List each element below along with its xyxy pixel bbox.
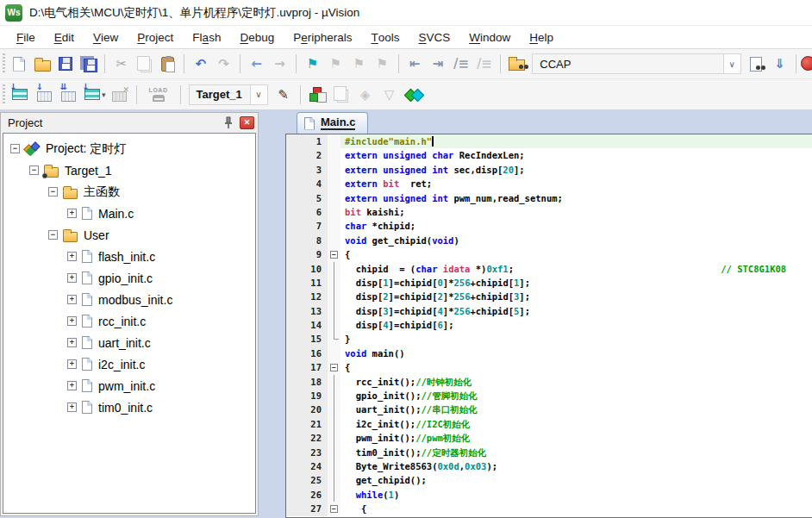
code-line-12[interactable]: 12 disp[2]=chipid[2]*256+chipid[3]; [286,290,812,303]
tree-item-i2c-init-c[interactable]: +i2c_init.c [3,353,255,375]
expand-icon[interactable]: + [67,273,77,283]
collapse-icon[interactable]: − [48,230,58,240]
new-file-button[interactable] [8,53,31,75]
fold-margin[interactable]: − [328,360,340,374]
expand-icon[interactable]: + [67,359,77,369]
search-combobox[interactable]: CCAP∨ [532,53,740,74]
insert-remove-bookmark-button[interactable]: ⚑ [301,53,324,75]
menu-tools[interactable]: Tools [362,26,409,48]
tree-item-main-c[interactable]: +Main.c [3,203,255,224]
menu-view[interactable]: View [84,26,128,48]
code-line-17[interactable]: 17−{ [286,360,812,374]
copy-button[interactable] [133,53,156,75]
manage-multi-project-workspace-button[interactable] [329,84,353,106]
toolbar-grip[interactable] [2,84,8,105]
next-bookmark-button[interactable]: ⚑ [347,53,371,75]
tab-main-c[interactable]: Main.c [297,112,368,134]
manage-run-time-environment-button[interactable]: ▽ [378,84,402,106]
chevron-down-icon[interactable]: ∨ [723,54,740,73]
search-value[interactable]: CCAP [533,58,722,71]
code-line-8[interactable]: 8void get_chipid(void) [286,234,812,247]
menu-project[interactable]: Project [128,26,183,48]
fold-margin[interactable]: − [328,247,340,261]
manage-project-items-button[interactable] [305,84,329,106]
find-in-files-button[interactable] [505,53,528,75]
code-line-11[interactable]: 11 disp[1]=chipid[0]*256+chipid[1]; [286,276,812,290]
target-select-combobox[interactable]: Target_1∨ [189,84,268,105]
expand-icon[interactable]: + [67,209,77,218]
stop-build-button[interactable] [108,84,132,106]
code-line-16[interactable]: 16void main() [286,346,812,360]
rebuild-all-button[interactable] [56,84,80,106]
code-line-3[interactable]: 3extern unsigned int sec,disp[20]; [286,163,812,177]
download-to-flash-button[interactable]: LOAD [141,84,176,106]
uncomment-selection-button[interactable]: /≡ [472,53,496,75]
navigate-forward-button[interactable]: → [268,53,291,75]
tree-item-target-1[interactable]: −Target_1 [3,159,255,181]
expand-icon[interactable]: + [67,316,77,326]
save-all-button[interactable] [78,53,101,75]
open-file-button[interactable] [31,53,54,75]
code-line-21[interactable]: 21 i2c_init();//I2C初始化 [286,417,812,431]
comment-selection-button[interactable]: /≡ [450,53,473,75]
collapse-icon[interactable]: − [48,187,58,197]
menu-flash[interactable]: Flash [183,26,230,48]
code-line-27[interactable]: 27− { [286,502,812,515]
expand-icon[interactable]: + [67,252,77,261]
code-line-18[interactable]: 18 rcc_init();//时钟初始化 [286,375,812,389]
menu-debug[interactable]: Debug [230,26,284,48]
fold-margin[interactable]: − [328,502,340,515]
tree-item-flash-init-c[interactable]: +flash_init.c [3,246,255,267]
expand-icon[interactable]: + [67,338,77,347]
tree-item-group-main[interactable]: −主函数 [3,181,255,203]
code-line-25[interactable]: 25 get_chipid(); [286,473,812,487]
code-line-22[interactable]: 22 pwm_init();//pwm初始化 [286,431,812,445]
save-button[interactable] [54,53,78,75]
expand-icon[interactable]: + [67,403,77,412]
batch-build-button[interactable] [80,84,104,106]
options-for-target-button[interactable]: ✎ [272,84,296,106]
fold-collapse-icon[interactable]: − [330,364,338,371]
start-stop-debug-button[interactable] [801,53,812,75]
code-line-4[interactable]: 4extern bit ret; [286,177,812,190]
target-value[interactable]: Target_1 [190,88,250,101]
toolbar-grip[interactable] [2,53,8,74]
code-line-9[interactable]: 9−{ [286,247,812,261]
tree-item-gpio-init-c[interactable]: +gpio_init.c [3,267,255,289]
undo-button[interactable]: ↶ [189,53,212,75]
redo-button[interactable]: ↷ [212,53,235,75]
code-line-14[interactable]: 14 disp[4]=chipid[6]; [286,318,812,332]
translate-file-button[interactable] [8,84,32,106]
menu-edit[interactable]: Edit [45,26,84,48]
menu-peripherals[interactable]: Peripherals [284,26,361,48]
paste-button[interactable] [156,53,179,75]
code-line-6[interactable]: 6bit kaishi; [286,205,812,219]
expand-icon[interactable]: + [67,295,77,304]
menu-help[interactable]: Help [520,26,563,48]
tree-item-tim0-init-c[interactable]: +tim0_init.c [3,396,255,418]
build-target-button[interactable] [32,84,56,106]
tree-item-modbus-init-c[interactable]: +modbus_init.c [3,289,255,310]
tree-item-pwm-init-c[interactable]: +pwm_init.c [3,375,255,396]
pin-icon[interactable] [222,115,234,129]
tree-item-uart-init-c[interactable]: +uart_init.c [3,332,255,353]
collapse-icon[interactable]: − [29,165,39,175]
indent-button[interactable]: ⇥ [427,53,450,75]
incremental-find-button[interactable]: ⇓ [768,53,791,75]
code-line-1[interactable]: 1#include"main.h" [286,134,812,148]
navigate-back-button[interactable]: ← [245,53,268,75]
code-line-5[interactable]: 5extern unsigned int pwm_num,read_setnum… [286,191,812,205]
code-line-23[interactable]: 23 tim0_init();//定时器初始化 [286,446,812,459]
clear-all-bookmarks-button[interactable]: ⚑ [371,53,394,75]
code-editor[interactable]: 1#include"main.h"2extern unsigned char R… [285,134,812,518]
menu-file[interactable]: File [7,26,45,48]
tree-item-project-root[interactable]: −Project: 定时灯 [3,138,255,159]
select-software-packs-button[interactable]: ◈ [353,84,378,106]
code-line-20[interactable]: 20 uart_init();//串口初始化 [286,403,812,416]
menu-window[interactable]: Window [459,26,520,48]
fold-collapse-icon[interactable]: − [330,251,338,259]
code-line-19[interactable]: 19 gpio_init();//管脚初始化 [286,389,812,403]
expand-icon[interactable]: + [67,381,77,390]
tree-item-rcc-init-c[interactable]: +rcc_init.c [3,310,255,332]
tree-item-group-user[interactable]: −User [3,224,255,246]
